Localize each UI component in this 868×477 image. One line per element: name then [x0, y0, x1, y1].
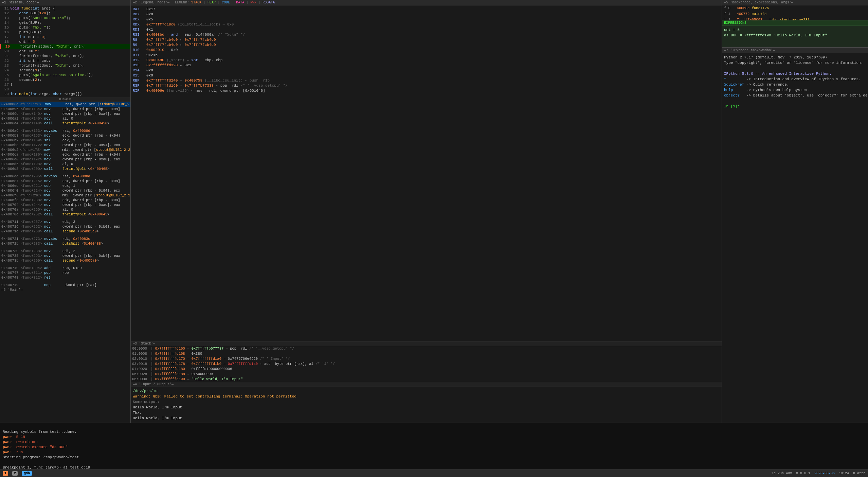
- register-rsp: RSP 0x7fffffffd160 → 0x7fff7b77338 ← pop…: [133, 83, 720, 88]
- py-input-prompt: In [1]:: [724, 104, 866, 109]
- disasm-line: [0, 280, 130, 283]
- term-line: pwn➜ run: [3, 450, 865, 455]
- register-rdx: RDX 0x7ffff7d18c0 (IO_stdfile_1_lock) ← …: [133, 22, 720, 27]
- disasm-line: 0x4006b9 <func+169> shl ecx, 1: [0, 138, 130, 143]
- stack-section: —3 'Stack'— 00:0000| 0x7fffffffd160 → 0x…: [131, 341, 722, 382]
- legend-header: —2 'legend, regs'— LEGEND: STACK | HEAP …: [131, 0, 722, 5]
- io-section: —4 'Input / Output'— /dev/pts/10 warning…: [131, 382, 722, 423]
- stack-line: 01:0008| 0x7fffffffd168 → 0x380: [131, 351, 722, 356]
- middle-panel: —2 'legend, regs'— LEGEND: STACK | HEAP …: [131, 0, 722, 423]
- io-line-2: Thx.: [133, 410, 720, 416]
- disasm-line: 0x400716 <func+262> mov dword ptr [rbp -…: [0, 224, 130, 229]
- legend-rodata[interactable]: RODATA: [263, 1, 275, 4]
- disasm-line: 0x4006b3 <func+163> mov ecx, dword ptr […: [0, 133, 130, 138]
- code-line: 12 char BUF[128];: [0, 11, 130, 16]
- term-line: [3, 460, 865, 465]
- register-rax: RAX 0x17: [133, 7, 720, 12]
- tab-2-badge[interactable]: 2: [12, 471, 18, 476]
- middle-top: —2 'legend, regs'— LEGEND: STACK | HEAP …: [131, 0, 722, 341]
- legend-stack[interactable]: STACK: [191, 1, 201, 4]
- disasm-line: 0x400711 <func+257> mov edi, 3: [0, 219, 130, 224]
- io-some-output-label: Some output:: [133, 399, 720, 405]
- py-line: ? -> Introduction and overview of IPytho…: [724, 76, 866, 82]
- register-r11: R11 0x246: [133, 53, 720, 58]
- disasm-line: 0x4006bc <func+172> mov dword ptr [rbp -…: [0, 143, 130, 147]
- legend-rwx[interactable]: RWX: [250, 1, 256, 4]
- code-line: 15 puts("Thx. ");: [0, 25, 130, 30]
- stack-header: —3 'Stack'—: [131, 341, 722, 346]
- stack-line: 04:0020| 0x7fffffffd180 → 0xffffd1900000…: [131, 367, 722, 372]
- stack-line: 00:0000| 0x7fffffffd160 → 0x7ff[f7b07778…: [131, 346, 722, 351]
- code-line: 20 cnt += 2;: [0, 49, 130, 54]
- register-rip: RIP 0x40006e (func+126) ← mov rdl, qword…: [133, 88, 720, 93]
- py-line: IPython 5.8.0 -- An enhanced Interactive…: [724, 71, 866, 76]
- disasm-line: 0x4006d6 <func+198> mov al, 0: [0, 162, 130, 166]
- io-warning: warning: GDB: Failed to set controlling …: [133, 394, 720, 399]
- disasm-line: 0x4006c2 <func+178> mov rdi, qword ptr […: [0, 147, 130, 152]
- code-line: 28: [0, 87, 130, 92]
- legend-data[interactable]: DATA: [236, 1, 244, 4]
- ip-address: 0.0.0.1: [796, 472, 810, 475]
- disasm-line: 0x4006ed <func+221> sub ecx, 1: [0, 183, 130, 188]
- code-line: 14 gets(BUF);: [0, 20, 130, 25]
- io-line-1: Hello World, I'm Input: [133, 405, 720, 410]
- term-line: pwn➜ cwatch execute "ds BUF": [3, 445, 865, 450]
- disasm-line: 0x400740 <func+304> add rsp, 0xc0: [0, 266, 130, 270]
- register-rbx: RBX 0x0: [133, 12, 720, 17]
- disasm-line: 0x400704 <func+244> mov dword ptr [rbp -…: [0, 202, 130, 207]
- code-line: 11void func(int arg) {: [0, 6, 130, 11]
- code-line: 13 puts("Some output:\n");: [0, 16, 130, 20]
- code-line: 18 cnt = 5;: [0, 39, 130, 44]
- status-date: 2020-03-06: [814, 472, 835, 475]
- disasm-line: [0, 171, 130, 174]
- expr-line-cnt: cnt = 5: [724, 27, 866, 33]
- status-time: 10:24: [839, 472, 849, 475]
- register-rbp: RBP 0x7fffffffd240 → 0x400758 (__libc_cs…: [133, 78, 720, 83]
- register-r9: R9 0x7ffff7fcb4c0 ← 0x7ffff7fcb4c0: [133, 42, 720, 48]
- term-line: Starting program: /tmp/pwndbo/test: [3, 455, 865, 460]
- py-line: Python 2.7.17 (default, Nov 7 2019, 10:0…: [724, 55, 866, 60]
- legend-code[interactable]: CODE: [222, 1, 230, 4]
- status-right: 1d 23h 49m 0.0.0.1 2020-03-06 10:24 8 at…: [772, 472, 865, 475]
- disasm-line: 0x400749 nop dword ptr [rax]: [0, 283, 130, 287]
- code-line: 24 second(3);: [0, 68, 130, 73]
- python-content: Python 2.7.17 (default, Nov 7 2019, 10:0…: [722, 53, 868, 423]
- backtrace-line-1: f 1 400772 main+34: [722, 11, 868, 17]
- py-line: %quickref -> Quick reference.: [724, 82, 866, 87]
- disasm-line: [0, 234, 130, 236]
- stack-line: 05:0028| 0x7fffffffd188 → 0x5000000e: [131, 372, 722, 377]
- stack-line: 03:0018| 0x7fffffffd178 → 0x7fffffffd1b0…: [131, 361, 722, 367]
- main-layout: —1 'disasm, code'— 11void func(int arg) …: [0, 0, 868, 423]
- py-line: [724, 98, 866, 104]
- disasm-line: 0x400748 <func+312> ret: [0, 275, 130, 280]
- backtrace-section: —5 'backtrace, expressions, args'— f 0 4…: [722, 0, 868, 20]
- python-header: —7 'IPython: tmp/pwndbo'—: [722, 48, 868, 53]
- py-line: help -> Python's own help system.: [724, 87, 866, 93]
- disasm-line: [0, 217, 130, 219]
- tab-1-badge[interactable]: 1: [3, 471, 8, 476]
- py-line: [724, 66, 866, 71]
- register-rsi: RSI 0x4008bd ← and eax, 0x4f000a4 /* "%d…: [133, 32, 720, 37]
- code-line: 27}: [0, 82, 130, 87]
- code-line: 26 second(2);: [0, 77, 130, 82]
- stack-line: 06:0030| 0x7fffffffd190 → "Hello World, …: [131, 377, 722, 382]
- expressions-header: EXPRESSIONS: [722, 20, 868, 26]
- time-info: 1d 23h 49m: [772, 472, 792, 475]
- legend-heap[interactable]: HEAP: [207, 1, 216, 4]
- py-line: object? -> Details about 'object', use '…: [724, 93, 866, 98]
- term-line: Breakpoint 1, func (arg=5) at test.c:19: [3, 465, 865, 470]
- io-path: /dev/pts/10: [133, 388, 720, 394]
- backtrace-line-0: f 0 40068e func+126: [722, 5, 868, 11]
- disasm-line: 0x40073b <func+299> call second <0x4005a…: [0, 258, 130, 263]
- disasm-line: [0, 246, 130, 249]
- bottom-terminal: Reading symbols from test...done. pwn➜ B…: [0, 423, 868, 477]
- disasm-line: 0x4006dd <func+205> movabs rsi, 0x40008d: [0, 174, 130, 179]
- disasm-line: 0x40070a <func+250> mov al, 0: [0, 207, 130, 212]
- disasm-header: DISASM: [0, 97, 130, 102]
- status-bar: 1 2 gdb 1d 23h 49m 0.0.0.1 2020-03-06 10…: [0, 470, 868, 477]
- register-rcx: RCX 0x5: [133, 17, 720, 22]
- disasm-line: 0x4006f6 <func+230> mov rdi, qword ptr […: [0, 193, 130, 198]
- terminal-content: Reading symbols from test...done. pwn➜ B…: [0, 423, 868, 470]
- register-r15: R15 0x0: [133, 73, 720, 78]
- gdb-badge: gdb: [22, 471, 32, 476]
